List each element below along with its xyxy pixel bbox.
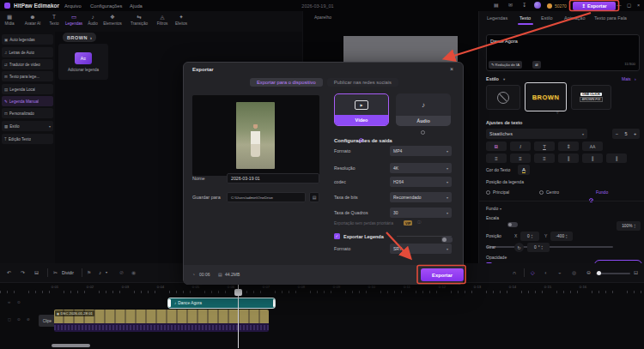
menu-configuracoes[interactable]: Configurações xyxy=(90,3,122,9)
clip-trim-handle-left[interactable] xyxy=(168,299,171,307)
align-right-button[interactable]: ≡ xyxy=(534,153,555,163)
background-toggle[interactable] xyxy=(507,222,518,227)
keyframe-icon[interactable]: ◇ xyxy=(531,268,535,278)
radio-centro[interactable] xyxy=(539,190,544,195)
audio-radio[interactable] xyxy=(421,130,425,135)
valign-middle-button[interactable]: ∥ xyxy=(582,153,603,163)
close-button[interactable]: × xyxy=(637,3,640,8)
tab-efeitos[interactable]: ✦Efeitos xyxy=(168,13,194,26)
text-color-picker[interactable]: A xyxy=(518,165,530,175)
horizontal-scrollbar[interactable] xyxy=(52,344,90,347)
valign-bottom-button[interactable]: ∥ xyxy=(606,153,627,163)
collection-chip[interactable]: BROWN › xyxy=(63,33,96,42)
scale-slider[interactable] xyxy=(486,246,613,248)
framerate-select[interactable]: 30▾ xyxy=(390,208,452,218)
tab-animacao-panel[interactable]: Animação xyxy=(564,15,585,21)
sidebar-item-texto-para-legendas[interactable]: ⊞Texto para lege... xyxy=(2,71,53,81)
tab-texto-para-fala-panel[interactable]: Texto para Fala xyxy=(594,15,627,21)
sidebar-item-auto-legendas[interactable]: ▣Auto legendas xyxy=(2,34,53,45)
codec-select[interactable]: H264▾ xyxy=(390,177,452,187)
info-icon[interactable]: ⓘ xyxy=(417,220,422,225)
dropdown-icon[interactable]: ▾ xyxy=(106,268,107,278)
browse-folder-button[interactable]: ▤ xyxy=(309,192,319,202)
subtitle-format-select[interactable]: SRT▾ xyxy=(390,244,452,254)
undo-icon[interactable]: ↶ xyxy=(7,268,11,278)
mute-icon[interactable]: ⊘ xyxy=(119,268,124,278)
track-option-c-icon[interactable]: ◍ xyxy=(572,268,576,278)
split-scissors-icon[interactable]: ✂ xyxy=(53,268,58,278)
lossless-toggle[interactable] xyxy=(441,237,453,243)
italic-button[interactable]: I xyxy=(510,141,531,151)
feedback-icon[interactable]: ✉ xyxy=(508,3,513,9)
user-avatar[interactable] xyxy=(534,2,541,9)
dialog-export-button[interactable]: Exportar xyxy=(421,268,464,281)
pos-y-stepper[interactable]: -400 ▴▾ xyxy=(550,232,573,241)
name-input[interactable]: 2026-03-19 01 xyxy=(227,173,319,184)
pos-x-stepper[interactable]: 0 ▴▾ xyxy=(520,232,539,241)
export-button[interactable]: ↥ Exportar xyxy=(573,2,616,10)
redo-icon[interactable]: ↷ xyxy=(21,268,25,278)
minus-icon[interactable]: − xyxy=(616,131,618,136)
split-label[interactable]: Dividir xyxy=(62,268,74,278)
zoom-out-icon[interactable]: ⊖ xyxy=(586,268,591,278)
sidebar-item-legenda-local[interactable]: ▤Legenda Local xyxy=(2,84,53,94)
dialog-close-icon[interactable]: × xyxy=(450,66,453,72)
export-subtitle-checkbox[interactable]: ✓ xyxy=(334,233,340,239)
timeline-zoom-knob[interactable] xyxy=(597,271,601,275)
tab-texto-panel[interactable]: Texto xyxy=(519,15,531,21)
eye-icon[interactable]: ⊙ xyxy=(17,300,21,304)
align-left-button[interactable]: ≡ xyxy=(486,153,507,163)
mute-track-icon[interactable]: ⊘ xyxy=(27,317,30,322)
layout-panel-icon[interactable]: ▤ xyxy=(494,3,499,9)
bold-button[interactable]: B xyxy=(486,141,507,151)
lock-icon[interactable]: ◻ xyxy=(8,317,11,322)
style-none-card[interactable] xyxy=(486,85,520,110)
video-option-card[interactable]: ▶ Vídeo xyxy=(334,93,389,126)
minimize-button[interactable]: — xyxy=(617,3,622,8)
scale-value-stepper[interactable]: 100% ▴▾ xyxy=(617,221,641,231)
format-select[interactable]: MP4▾ xyxy=(390,146,452,156)
clip-trim-handle-right[interactable] xyxy=(273,299,276,307)
timeline-zoom-slider[interactable] xyxy=(596,273,630,274)
record-icon[interactable]: ◉ xyxy=(131,268,136,278)
link-icon[interactable]: ∞ xyxy=(8,300,10,304)
rotate-icon[interactable]: ↻ xyxy=(514,243,524,252)
audio-option-card[interactable]: ♪ Áudio xyxy=(396,93,451,126)
collapse-chevron-icon[interactable]: ▿ xyxy=(556,110,559,115)
radio-principal[interactable] xyxy=(486,190,490,195)
eye-icon[interactable]: ⊙ xyxy=(17,317,21,322)
add-caption-card[interactable]: A≡ Adicionar legenda xyxy=(58,44,108,80)
playhead-handle[interactable] xyxy=(234,289,242,296)
sidebar-item-tradutor-video[interactable]: ⇄Tradutor de vídeo xyxy=(2,59,53,69)
style-section-heading[interactable]: Estilo xyxy=(486,76,499,81)
translate-button[interactable]: ⇄ xyxy=(532,61,541,69)
caps-button[interactable]: AA xyxy=(582,141,603,151)
ai-writing-button[interactable]: ✎ Redação de IA xyxy=(489,61,522,69)
subtitle-clip[interactable]: ♪ Dance Agora xyxy=(167,298,276,309)
tab-elementos[interactable]: ❖Elementos xyxy=(100,13,125,26)
style-oneclick-card[interactable]: ONE CLICK BROWN FIX xyxy=(571,85,611,110)
align-center-button[interactable]: ≡ xyxy=(510,153,531,163)
restore-button[interactable]: ▢ xyxy=(627,3,631,8)
magnet-icon[interactable]: ∩ xyxy=(513,268,516,278)
sidebar-item-personalizado[interactable]: ⊡Personalizado xyxy=(2,108,53,118)
tab-estilo-panel[interactable]: Estilo xyxy=(541,15,552,21)
tab-transicao[interactable]: ⇆Transição xyxy=(126,13,152,26)
font-family-select[interactable]: Staatliches ▾ xyxy=(486,129,587,139)
rotate-stepper[interactable]: 0 ° ▴▾ xyxy=(527,243,550,252)
sidebar-item-legenda-manual[interactable]: ✎Legenda Manual xyxy=(2,96,53,106)
sidebar-item-estilo[interactable]: ▩Estilo▾ xyxy=(2,121,53,131)
menu-arquivo[interactable]: Arquivo xyxy=(64,3,82,9)
underline-button[interactable]: T xyxy=(534,141,555,151)
tab-publish-social[interactable]: Publicar nas redes sociais xyxy=(327,78,398,87)
more-styles-link[interactable]: Mais xyxy=(622,76,631,81)
style-brown-card[interactable]: BROWN xyxy=(525,82,567,111)
download-icon[interactable]: ↧ xyxy=(522,3,526,9)
plus-icon[interactable]: + xyxy=(634,131,636,136)
valign-top-button[interactable]: ∥ xyxy=(558,153,579,163)
clip-type-chip[interactable]: Clipe xyxy=(39,315,56,327)
bitrate-select[interactable]: Recomendado▾ xyxy=(390,192,452,202)
fit-timeline-icon[interactable]: ⊡ xyxy=(634,268,638,278)
sidebar-item-letras-de-auto[interactable]: ♫Letras de Auto xyxy=(2,47,53,57)
tab-legendas-panel[interactable]: Legendas xyxy=(487,15,507,21)
